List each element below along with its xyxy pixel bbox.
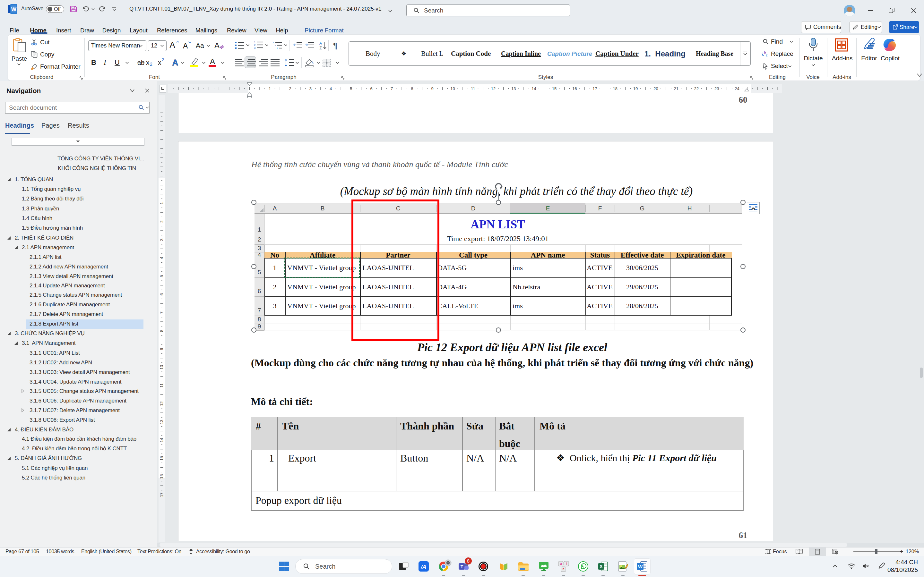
svg-text:16: 16: [159, 474, 164, 479]
svg-text:5: 5: [350, 86, 352, 91]
svg-text:21: 21: [674, 86, 678, 91]
svg-text:5: 5: [159, 275, 164, 277]
svg-text:u: u: [560, 562, 562, 566]
svg-text:18: 18: [613, 86, 617, 91]
svg-text:1: 1: [273, 41, 275, 44]
svg-text:W: W: [11, 6, 17, 13]
svg-text:A: A: [210, 57, 215, 66]
svg-text:4: 4: [159, 257, 164, 259]
svg-text:9: 9: [431, 86, 433, 91]
svg-text:W: W: [638, 564, 643, 569]
svg-text:13: 13: [511, 86, 516, 91]
svg-text:a: a: [275, 44, 276, 47]
svg-text:15: 15: [552, 86, 557, 91]
svg-text:14: 14: [159, 438, 164, 442]
svg-text:11: 11: [471, 86, 475, 91]
svg-text:1: 1: [269, 86, 271, 91]
svg-text:X: X: [599, 564, 603, 569]
svg-text:9: 9: [159, 348, 164, 350]
svg-text:24: 24: [735, 86, 739, 91]
svg-text:6: 6: [370, 86, 373, 91]
svg-text:10: 10: [159, 365, 164, 369]
svg-text:2: 2: [159, 220, 164, 222]
svg-text:7: 7: [159, 311, 164, 314]
svg-text:2: 2: [289, 86, 291, 91]
svg-text:6: 6: [159, 293, 164, 295]
svg-text:3: 3: [159, 239, 164, 241]
svg-text:23: 23: [714, 86, 719, 91]
svg-text:3: 3: [254, 47, 256, 49]
svg-text:11: 11: [159, 383, 164, 388]
svg-text:8: 8: [411, 86, 413, 91]
svg-text:10: 10: [450, 86, 455, 91]
svg-text:Z: Z: [319, 46, 321, 50]
svg-text:7: 7: [391, 86, 393, 91]
svg-text:n: n: [563, 567, 565, 571]
svg-text:T: T: [460, 564, 464, 569]
svg-text:12: 12: [491, 86, 496, 91]
svg-text:20: 20: [653, 86, 658, 91]
svg-text:1: 1: [159, 202, 164, 204]
svg-text:15: 15: [159, 456, 164, 461]
svg-text:1: 1: [254, 41, 256, 44]
svg-text:/A: /A: [421, 564, 426, 570]
svg-text:17: 17: [593, 86, 597, 91]
svg-text:19: 19: [633, 86, 638, 91]
svg-text:A: A: [172, 58, 178, 67]
svg-text:2: 2: [254, 44, 256, 47]
svg-text:i: i: [566, 562, 567, 566]
svg-text:22: 22: [694, 86, 699, 91]
svg-text:8: 8: [159, 330, 164, 332]
svg-text:16: 16: [572, 86, 577, 91]
svg-text:14: 14: [531, 86, 536, 91]
svg-text:i: i: [277, 47, 278, 50]
svg-text:A: A: [319, 41, 322, 45]
svg-text:3: 3: [309, 86, 312, 91]
svg-text:13: 13: [159, 419, 164, 424]
svg-text:4: 4: [330, 86, 332, 91]
svg-text:c: c: [766, 53, 768, 57]
svg-text:12: 12: [159, 401, 164, 406]
svg-text:17: 17: [159, 492, 164, 497]
